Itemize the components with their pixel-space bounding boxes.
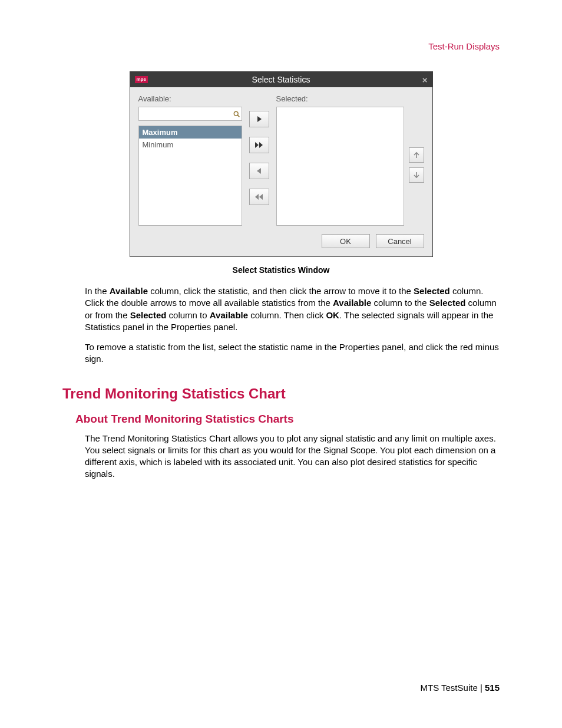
- paragraph: To remove a statistic from the list, sel…: [85, 341, 500, 365]
- move-left-button[interactable]: [249, 163, 269, 179]
- svg-point-0: [234, 111, 238, 116]
- svg-line-1: [237, 115, 239, 117]
- selected-list[interactable]: [276, 107, 404, 226]
- dialog-title: Select Statistics: [130, 75, 432, 84]
- svg-marker-4: [259, 142, 263, 148]
- svg-marker-6: [255, 194, 259, 200]
- move-down-button[interactable]: [409, 167, 424, 183]
- page-footer: MTS TestSuite | 515: [420, 683, 500, 693]
- select-statistics-dialog: mpe Select Statistics × Available:: [130, 71, 433, 257]
- available-list[interactable]: Maximum Minimum: [138, 126, 242, 226]
- search-input[interactable]: [139, 107, 232, 120]
- paragraph: The Trend Monitoring Statistics Chart al…: [85, 433, 500, 480]
- search-box: [138, 107, 242, 121]
- list-item[interactable]: Maximum: [139, 126, 242, 139]
- subsection-heading: About Trend Monitoring Statistics Charts: [75, 413, 500, 426]
- close-icon[interactable]: ×: [422, 75, 428, 85]
- cancel-button[interactable]: Cancel: [376, 234, 424, 248]
- dialog-titlebar: mpe Select Statistics ×: [130, 72, 432, 87]
- svg-marker-2: [257, 116, 262, 122]
- move-up-button[interactable]: [409, 147, 424, 163]
- selected-label: Selected:: [276, 94, 404, 103]
- svg-marker-3: [255, 142, 259, 148]
- app-logo: mpe: [135, 76, 148, 83]
- svg-marker-5: [257, 168, 261, 174]
- svg-marker-7: [259, 194, 263, 200]
- ok-button[interactable]: OK: [322, 234, 370, 248]
- figure-caption: Select Statistics Window: [62, 265, 500, 275]
- list-item[interactable]: Minimum: [139, 139, 242, 151]
- breadcrumb: Test-Run Displays: [62, 41, 500, 51]
- available-label: Available:: [138, 94, 242, 103]
- section-heading: Trend Monitoring Statistics Chart: [62, 386, 500, 402]
- search-icon[interactable]: [232, 107, 242, 120]
- paragraph: In the Available column, click the stati…: [85, 285, 500, 333]
- move-all-right-button[interactable]: [249, 137, 269, 153]
- move-all-left-button[interactable]: [249, 189, 269, 205]
- move-right-button[interactable]: [249, 111, 269, 127]
